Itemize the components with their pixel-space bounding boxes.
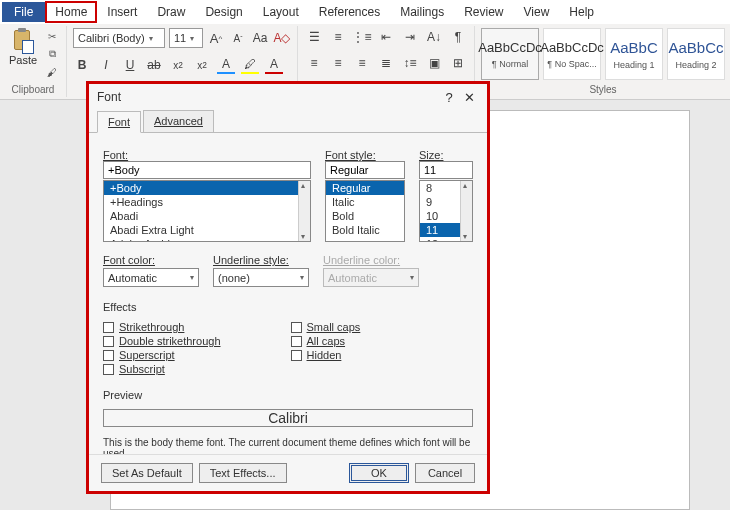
help-button[interactable]: ?: [439, 90, 459, 105]
strike-button[interactable]: ab: [145, 56, 163, 74]
align-right-button[interactable]: ≡: [352, 54, 372, 72]
menu-draw[interactable]: Draw: [147, 2, 195, 22]
dialog-tabs: Font Advanced: [89, 110, 487, 133]
menubar: File Home Insert Draw Design Layout Refe…: [0, 0, 730, 24]
menu-layout[interactable]: Layout: [253, 2, 309, 22]
font-family-combo[interactable]: Calibri (Body)▾: [73, 28, 165, 48]
font-color-dropdown[interactable]: Automatic▾: [103, 268, 199, 287]
chk-strikethrough[interactable]: Strikethrough: [103, 321, 221, 333]
list-item[interactable]: Adobe Arabic: [104, 237, 310, 242]
superscript-button[interactable]: x2: [193, 56, 211, 74]
style-tile-nospacing[interactable]: AaBbCcDc¶ No Spac...: [543, 28, 601, 80]
chk-superscript[interactable]: Superscript: [103, 349, 221, 361]
font-input[interactable]: [103, 161, 311, 179]
font-color-button[interactable]: A: [265, 56, 283, 74]
menu-view[interactable]: View: [514, 2, 560, 22]
preview-box: Calibri: [103, 409, 473, 427]
cut-button[interactable]: ✂: [44, 28, 60, 44]
texteffects-button[interactable]: A: [217, 56, 235, 74]
multilevel-button[interactable]: ⋮≡: [352, 28, 372, 46]
borders-button[interactable]: ⊞: [448, 54, 468, 72]
paste-button[interactable]: Paste: [6, 28, 40, 66]
menu-help[interactable]: Help: [559, 2, 604, 22]
font-style-input[interactable]: [325, 161, 405, 179]
clear-format-button[interactable]: A◇: [273, 29, 291, 47]
show-marks-button[interactable]: ¶: [448, 28, 468, 46]
scrollbar[interactable]: [460, 181, 472, 241]
grow-font-button[interactable]: A^: [207, 29, 225, 47]
shrink-font-button[interactable]: Aˇ: [229, 29, 247, 47]
chk-small-caps[interactable]: Small caps: [291, 321, 361, 333]
change-case-button[interactable]: Aa: [251, 29, 269, 47]
set-default-button[interactable]: Set As Default: [101, 463, 193, 483]
format-painter-button[interactable]: 🖌: [44, 64, 60, 80]
text-effects-button[interactable]: Text Effects...: [199, 463, 287, 483]
dialog-titlebar: Font ? ✕: [89, 84, 487, 110]
underline-style-dropdown[interactable]: (none)▾: [213, 268, 309, 287]
styles-group-label: Styles: [481, 84, 725, 95]
tab-advanced[interactable]: Advanced: [143, 110, 214, 132]
chk-double-strikethrough[interactable]: Double strikethrough: [103, 335, 221, 347]
align-center-button[interactable]: ≡: [328, 54, 348, 72]
list-item[interactable]: Italic: [326, 195, 404, 209]
list-item[interactable]: Regular: [326, 181, 404, 195]
copy-button[interactable]: ⧉: [44, 46, 60, 62]
menu-design[interactable]: Design: [195, 2, 252, 22]
italic-button[interactable]: I: [97, 56, 115, 74]
dec-indent-button[interactable]: ⇤: [376, 28, 396, 46]
ok-button[interactable]: OK: [349, 463, 409, 483]
font-color-label: Font color:: [103, 254, 199, 266]
size-listbox[interactable]: 8 9 10 11 12: [419, 180, 473, 242]
chk-hidden[interactable]: Hidden: [291, 349, 361, 361]
menu-insert[interactable]: Insert: [97, 2, 147, 22]
underline-button[interactable]: U: [121, 56, 139, 74]
chk-subscript[interactable]: Subscript: [103, 363, 221, 375]
chevron-down-icon: ▾: [149, 34, 153, 43]
subscript-button[interactable]: x2: [169, 56, 187, 74]
menu-references[interactable]: References: [309, 2, 390, 22]
ribbon-group-clipboard: Paste ✂ ⧉ 🖌 Clipboard: [0, 26, 67, 97]
align-left-button[interactable]: ≡: [304, 54, 324, 72]
scrollbar[interactable]: [298, 181, 310, 241]
menu-home[interactable]: Home: [45, 1, 97, 23]
font-style-listbox[interactable]: Regular Italic Bold Bold Italic: [325, 180, 405, 242]
underline-color-label: Underline color:: [323, 254, 419, 266]
preview-label: Preview: [103, 389, 473, 401]
font-label: Font:: [103, 149, 311, 161]
bold-button[interactable]: B: [73, 56, 91, 74]
tab-font[interactable]: Font: [97, 111, 141, 133]
style-tile-heading2[interactable]: AaBbCcHeading 2: [667, 28, 725, 80]
shading-button[interactable]: ▣: [424, 54, 444, 72]
font-size-combo[interactable]: 11▾: [169, 28, 203, 48]
underline-style-label: Underline style:: [213, 254, 309, 266]
chevron-down-icon: ▾: [300, 273, 304, 282]
chk-all-caps[interactable]: All caps: [291, 335, 361, 347]
style-tile-heading1[interactable]: AaBbCHeading 1: [605, 28, 663, 80]
bullets-button[interactable]: ☰: [304, 28, 324, 46]
list-item[interactable]: Bold Italic: [326, 223, 404, 237]
list-item[interactable]: Abadi Extra Light: [104, 223, 310, 237]
close-button[interactable]: ✕: [459, 90, 479, 105]
inc-indent-button[interactable]: ⇥: [400, 28, 420, 46]
size-input[interactable]: [419, 161, 473, 179]
list-item[interactable]: +Body: [104, 181, 310, 195]
cancel-button[interactable]: Cancel: [415, 463, 475, 483]
menu-review[interactable]: Review: [454, 2, 513, 22]
list-item[interactable]: Abadi: [104, 209, 310, 223]
clipboard-group-label: Clipboard: [6, 84, 60, 95]
numbering-button[interactable]: ≡: [328, 28, 348, 46]
menu-file[interactable]: File: [2, 2, 45, 22]
style-tile-normal[interactable]: AaBbCcDc¶ Normal: [481, 28, 539, 80]
size-label: Size:: [419, 149, 473, 161]
justify-button[interactable]: ≣: [376, 54, 396, 72]
chevron-down-icon: ▾: [190, 273, 194, 282]
underline-color-dropdown: Automatic▾: [323, 268, 419, 287]
highlight-button[interactable]: 🖊: [241, 56, 259, 74]
line-spacing-button[interactable]: ↕≡: [400, 54, 420, 72]
dialog-title: Font: [97, 90, 439, 104]
menu-mailings[interactable]: Mailings: [390, 2, 454, 22]
sort-button[interactable]: A↓: [424, 28, 444, 46]
list-item[interactable]: Bold: [326, 209, 404, 223]
font-listbox[interactable]: +Body +Headings Abadi Abadi Extra Light …: [103, 180, 311, 242]
list-item[interactable]: +Headings: [104, 195, 310, 209]
